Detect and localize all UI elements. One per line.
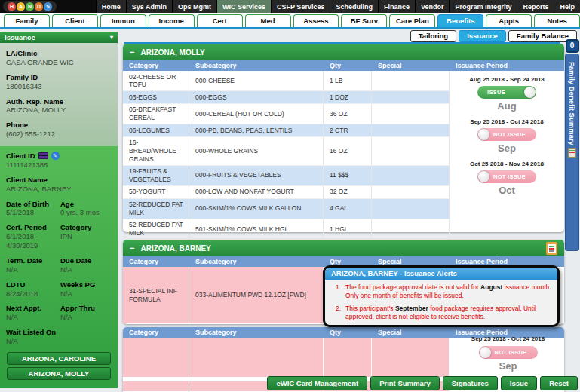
- column-header: Issuance Period: [450, 60, 564, 71]
- module-tab[interactable]: Family: [4, 14, 50, 27]
- collapse-icon[interactable]: −: [130, 243, 134, 253]
- special-cell: [372, 338, 450, 377]
- qty-cell: 1 LB: [324, 71, 372, 91]
- module-tab[interactable]: Med: [245, 14, 291, 27]
- popup-body: 1. The food package approval date is not…: [325, 280, 557, 322]
- toggle-knob[interactable]: [524, 87, 536, 98]
- field-label: Appr Thru: [60, 304, 112, 313]
- top-menu-item[interactable]: Scheduling: [330, 0, 378, 13]
- field-value: N/A: [6, 265, 57, 274]
- table-row: Sep 25 2018 - Oct 24 2018 NOT ISSUE Sep: [123, 338, 564, 377]
- action-button[interactable]: Reset: [540, 376, 578, 390]
- clipboard-icon[interactable]: [546, 242, 557, 255]
- family-member-button[interactable]: ARIZONA, MOLLY: [7, 367, 111, 380]
- action-button-bar: eWIC Card ManagementPrint SummarySignatu…: [267, 376, 578, 390]
- client-name-label: Client Name: [6, 176, 112, 185]
- qty-cell: 11 $$$: [324, 166, 372, 186]
- field-label: Next Appt.: [6, 304, 57, 313]
- toggle-label: ISSUE: [487, 86, 505, 99]
- top-menu-item[interactable]: WIC Services: [216, 0, 271, 13]
- module-tab[interactable]: Assess: [293, 14, 339, 27]
- hands-logo-letter: S: [44, 2, 52, 11]
- alert-number: 1.: [336, 283, 345, 301]
- special-cell: [372, 124, 450, 137]
- sidebar-field: LA/Clinic CASA GRANDE WIC: [6, 49, 112, 67]
- sidebar-section-header[interactable]: Issuance ▾: [0, 32, 118, 43]
- toggle-knob[interactable]: [478, 129, 489, 140]
- top-menu-item[interactable]: Vendor: [415, 0, 450, 13]
- issuance-month: Sep: [450, 142, 564, 154]
- top-menu-item[interactable]: Program Integrity: [449, 0, 517, 13]
- client-id-value: 11111421386: [6, 161, 112, 170]
- summary-count-badge[interactable]: 0: [566, 39, 579, 53]
- field-value: N/A: [6, 337, 112, 346]
- sidebar-field: Family ID 180016343: [6, 73, 112, 91]
- view-tab[interactable]: Tailoring: [410, 30, 456, 42]
- field-label: Due Date: [60, 256, 112, 265]
- top-menu-item[interactable]: Sys Admin: [126, 0, 172, 13]
- module-tab[interactable]: Immun: [100, 14, 146, 27]
- toggle-knob[interactable]: [480, 347, 491, 358]
- field-value: N/A: [60, 265, 112, 274]
- sidebar-field: Phone (602) 555-1212: [6, 121, 112, 139]
- column-header: Subcategory: [189, 60, 324, 71]
- category-cell: 05-BREAKFAST CEREAL: [123, 104, 189, 124]
- module-tab[interactable]: Appts: [486, 14, 532, 27]
- field-label: Date of Birth: [6, 200, 57, 209]
- issuance-period-column: Aug 25 2018 - Sep 24 2018 ISSUE Aug Sep …: [450, 71, 564, 253]
- field-label: LA/Clinic: [6, 49, 112, 58]
- top-menu-item[interactable]: CSFP Services: [271, 0, 330, 13]
- view-tab[interactable]: Issuance: [459, 30, 506, 42]
- qty-cell: 4 GAL: [324, 199, 372, 219]
- issue-toggle[interactable]: ISSUE: [477, 86, 536, 99]
- action-button[interactable]: Print Summary: [370, 376, 440, 390]
- module-tab[interactable]: Cert: [197, 14, 243, 27]
- chevron-down-icon[interactable]: ▾: [110, 34, 113, 41]
- issue-toggle[interactable]: NOT ISSUE: [479, 346, 538, 359]
- top-menu-item[interactable]: Help: [554, 0, 580, 13]
- field-value: 0 yrs, 3 mos: [60, 208, 112, 217]
- action-button[interactable]: Signatures: [443, 376, 498, 390]
- top-menu-item[interactable]: Reports: [517, 0, 554, 13]
- top-menu-item[interactable]: Ops Mgmt: [172, 0, 216, 13]
- issue-toggle[interactable]: NOT ISSUE: [477, 128, 536, 141]
- column-header: Special: [372, 327, 450, 338]
- wait-listed-field: Wait Listed On N/A: [6, 328, 112, 346]
- qty-cell: 2 CTR: [324, 124, 372, 137]
- issue-toggle[interactable]: NOT ISSUE: [477, 170, 536, 183]
- module-tab[interactable]: Income: [149, 14, 195, 27]
- panel-header: − ARIZONA, MOLLY: [123, 44, 564, 60]
- special-cell: [372, 91, 450, 104]
- action-button[interactable]: Issue: [501, 376, 537, 390]
- special-cell: [372, 71, 450, 91]
- tab-label: Family Benefit Summary: [568, 62, 576, 145]
- collapse-icon[interactable]: −: [130, 47, 134, 57]
- top-menu-bar: HANDS HomeSys AdminOps MgmtWIC ServicesC…: [0, 0, 580, 13]
- module-tab[interactable]: BF Surv: [341, 14, 387, 27]
- top-menu-item[interactable]: Finance: [378, 0, 415, 13]
- top-menu-item[interactable]: Home: [96, 0, 126, 13]
- module-tab[interactable]: Benefits: [437, 14, 483, 27]
- column-header: Category: [123, 256, 189, 267]
- module-tab[interactable]: Notes: [534, 14, 580, 27]
- module-tab[interactable]: Client: [52, 14, 98, 27]
- family-member-buttons: ARIZONA, CAROLINEARIZONA, MOLLY: [6, 352, 112, 380]
- sidebar-field: Age 0 yrs, 3 mos: [60, 200, 112, 218]
- family-benefit-summary-button[interactable]: Family Benefit Summary: [565, 54, 579, 251]
- panel-header: − ARIZONA, BARNEY: [123, 240, 564, 256]
- issuance-block-aug: Aug 25 2018 - Sep 24 2018 ISSUE Aug: [450, 76, 564, 112]
- module-tab[interactable]: Care Plan: [389, 14, 435, 27]
- subcategory-cell: 000-LOW AND NONFAT YOGURT: [189, 186, 324, 199]
- client-id-field: Client ID ✎ 11111421386: [6, 152, 112, 170]
- edit-pencil-icon[interactable]: ✎: [51, 152, 60, 160]
- popup-title: ARIZONA, BARNEY - Issuance Alerts: [325, 268, 557, 280]
- table-row: 06-LEGUMES 000-PB, BEANS, PEAS, LENTILS …: [123, 124, 450, 137]
- special-cell: [372, 219, 450, 240]
- table-row: 05-BREAKFAST CEREAL 000-CEREAL (HOT OR C…: [123, 104, 450, 124]
- field-label: Category: [60, 223, 112, 232]
- alert-text: This participant's September food packag…: [345, 305, 553, 322]
- client-name-value: ARIZONA, BARNEY: [6, 185, 112, 194]
- toggle-knob[interactable]: [478, 171, 489, 182]
- family-member-button[interactable]: ARIZONA, CAROLINE: [7, 352, 111, 365]
- action-button[interactable]: eWIC Card Management: [267, 376, 367, 390]
